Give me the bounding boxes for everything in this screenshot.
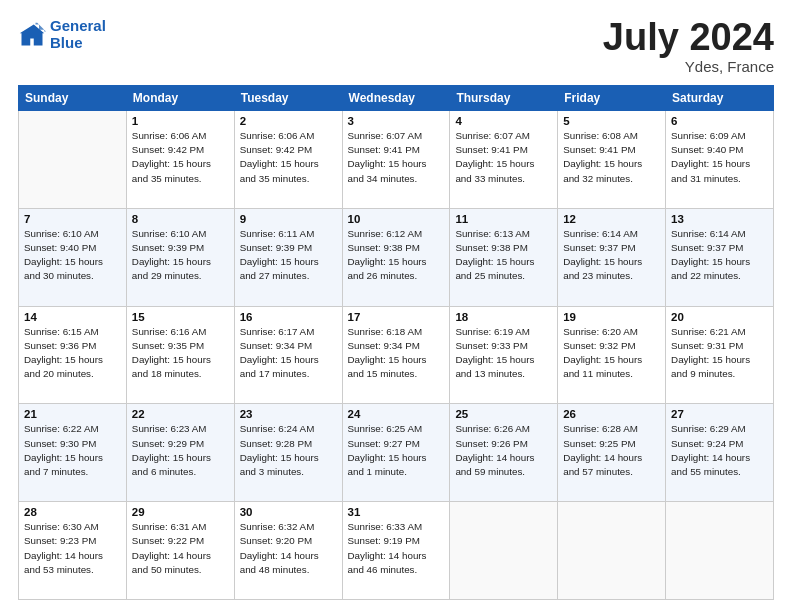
day-info: Sunrise: 6:20 AM Sunset: 9:32 PM Dayligh… bbox=[563, 325, 660, 382]
day-number: 28 bbox=[24, 506, 121, 518]
day-info: Sunrise: 6:32 AM Sunset: 9:20 PM Dayligh… bbox=[240, 520, 337, 577]
calendar-header-row: Sunday Monday Tuesday Wednesday Thursday… bbox=[19, 86, 774, 111]
table-row: 8Sunrise: 6:10 AM Sunset: 9:39 PM Daylig… bbox=[126, 208, 234, 306]
day-info: Sunrise: 6:08 AM Sunset: 9:41 PM Dayligh… bbox=[563, 129, 660, 186]
page: General Blue July 2024 Ydes, France Sund… bbox=[0, 0, 792, 612]
day-number: 24 bbox=[348, 408, 445, 420]
day-info: Sunrise: 6:24 AM Sunset: 9:28 PM Dayligh… bbox=[240, 422, 337, 479]
day-number: 2 bbox=[240, 115, 337, 127]
col-saturday: Saturday bbox=[666, 86, 774, 111]
table-row: 7Sunrise: 6:10 AM Sunset: 9:40 PM Daylig… bbox=[19, 208, 127, 306]
day-number: 11 bbox=[455, 213, 552, 225]
day-number: 1 bbox=[132, 115, 229, 127]
day-number: 27 bbox=[671, 408, 768, 420]
table-row: 16Sunrise: 6:17 AM Sunset: 9:34 PM Dayli… bbox=[234, 306, 342, 404]
day-number: 10 bbox=[348, 213, 445, 225]
table-row: 14Sunrise: 6:15 AM Sunset: 9:36 PM Dayli… bbox=[19, 306, 127, 404]
col-sunday: Sunday bbox=[19, 86, 127, 111]
day-info: Sunrise: 6:16 AM Sunset: 9:35 PM Dayligh… bbox=[132, 325, 229, 382]
day-number: 3 bbox=[348, 115, 445, 127]
day-info: Sunrise: 6:14 AM Sunset: 9:37 PM Dayligh… bbox=[671, 227, 768, 284]
day-number: 12 bbox=[563, 213, 660, 225]
table-row: 25Sunrise: 6:26 AM Sunset: 9:26 PM Dayli… bbox=[450, 404, 558, 502]
day-info: Sunrise: 6:17 AM Sunset: 9:34 PM Dayligh… bbox=[240, 325, 337, 382]
day-info: Sunrise: 6:12 AM Sunset: 9:38 PM Dayligh… bbox=[348, 227, 445, 284]
day-info: Sunrise: 6:07 AM Sunset: 9:41 PM Dayligh… bbox=[455, 129, 552, 186]
day-info: Sunrise: 6:07 AM Sunset: 9:41 PM Dayligh… bbox=[348, 129, 445, 186]
day-number: 19 bbox=[563, 311, 660, 323]
table-row bbox=[558, 502, 666, 600]
logo-icon bbox=[18, 21, 46, 49]
day-info: Sunrise: 6:31 AM Sunset: 9:22 PM Dayligh… bbox=[132, 520, 229, 577]
day-info: Sunrise: 6:26 AM Sunset: 9:26 PM Dayligh… bbox=[455, 422, 552, 479]
day-number: 5 bbox=[563, 115, 660, 127]
day-number: 23 bbox=[240, 408, 337, 420]
col-thursday: Thursday bbox=[450, 86, 558, 111]
table-row: 4Sunrise: 6:07 AM Sunset: 9:41 PM Daylig… bbox=[450, 111, 558, 209]
table-row bbox=[450, 502, 558, 600]
table-row: 2Sunrise: 6:06 AM Sunset: 9:42 PM Daylig… bbox=[234, 111, 342, 209]
day-number: 14 bbox=[24, 311, 121, 323]
day-info: Sunrise: 6:10 AM Sunset: 9:39 PM Dayligh… bbox=[132, 227, 229, 284]
day-number: 26 bbox=[563, 408, 660, 420]
table-row: 24Sunrise: 6:25 AM Sunset: 9:27 PM Dayli… bbox=[342, 404, 450, 502]
day-info: Sunrise: 6:21 AM Sunset: 9:31 PM Dayligh… bbox=[671, 325, 768, 382]
table-row: 9Sunrise: 6:11 AM Sunset: 9:39 PM Daylig… bbox=[234, 208, 342, 306]
table-row: 21Sunrise: 6:22 AM Sunset: 9:30 PM Dayli… bbox=[19, 404, 127, 502]
day-info: Sunrise: 6:30 AM Sunset: 9:23 PM Dayligh… bbox=[24, 520, 121, 577]
table-row bbox=[19, 111, 127, 209]
table-row: 29Sunrise: 6:31 AM Sunset: 9:22 PM Dayli… bbox=[126, 502, 234, 600]
day-number: 21 bbox=[24, 408, 121, 420]
table-row: 5Sunrise: 6:08 AM Sunset: 9:41 PM Daylig… bbox=[558, 111, 666, 209]
table-row: 30Sunrise: 6:32 AM Sunset: 9:20 PM Dayli… bbox=[234, 502, 342, 600]
table-row: 3Sunrise: 6:07 AM Sunset: 9:41 PM Daylig… bbox=[342, 111, 450, 209]
day-info: Sunrise: 6:28 AM Sunset: 9:25 PM Dayligh… bbox=[563, 422, 660, 479]
day-number: 4 bbox=[455, 115, 552, 127]
col-wednesday: Wednesday bbox=[342, 86, 450, 111]
day-info: Sunrise: 6:06 AM Sunset: 9:42 PM Dayligh… bbox=[132, 129, 229, 186]
table-row: 27Sunrise: 6:29 AM Sunset: 9:24 PM Dayli… bbox=[666, 404, 774, 502]
table-row bbox=[666, 502, 774, 600]
table-row: 28Sunrise: 6:30 AM Sunset: 9:23 PM Dayli… bbox=[19, 502, 127, 600]
table-row: 23Sunrise: 6:24 AM Sunset: 9:28 PM Dayli… bbox=[234, 404, 342, 502]
header: General Blue July 2024 Ydes, France bbox=[18, 18, 774, 75]
day-info: Sunrise: 6:33 AM Sunset: 9:19 PM Dayligh… bbox=[348, 520, 445, 577]
table-row: 20Sunrise: 6:21 AM Sunset: 9:31 PM Dayli… bbox=[666, 306, 774, 404]
day-info: Sunrise: 6:06 AM Sunset: 9:42 PM Dayligh… bbox=[240, 129, 337, 186]
day-number: 8 bbox=[132, 213, 229, 225]
col-monday: Monday bbox=[126, 86, 234, 111]
day-info: Sunrise: 6:15 AM Sunset: 9:36 PM Dayligh… bbox=[24, 325, 121, 382]
day-number: 7 bbox=[24, 213, 121, 225]
day-number: 29 bbox=[132, 506, 229, 518]
day-number: 9 bbox=[240, 213, 337, 225]
day-info: Sunrise: 6:25 AM Sunset: 9:27 PM Dayligh… bbox=[348, 422, 445, 479]
day-info: Sunrise: 6:23 AM Sunset: 9:29 PM Dayligh… bbox=[132, 422, 229, 479]
col-tuesday: Tuesday bbox=[234, 86, 342, 111]
table-row: 10Sunrise: 6:12 AM Sunset: 9:38 PM Dayli… bbox=[342, 208, 450, 306]
title-location: Ydes, France bbox=[603, 58, 774, 75]
table-row: 11Sunrise: 6:13 AM Sunset: 9:38 PM Dayli… bbox=[450, 208, 558, 306]
logo-text: General Blue bbox=[50, 18, 106, 51]
table-row: 15Sunrise: 6:16 AM Sunset: 9:35 PM Dayli… bbox=[126, 306, 234, 404]
calendar-table: Sunday Monday Tuesday Wednesday Thursday… bbox=[18, 85, 774, 600]
day-number: 31 bbox=[348, 506, 445, 518]
col-friday: Friday bbox=[558, 86, 666, 111]
day-number: 15 bbox=[132, 311, 229, 323]
table-row: 18Sunrise: 6:19 AM Sunset: 9:33 PM Dayli… bbox=[450, 306, 558, 404]
table-row: 12Sunrise: 6:14 AM Sunset: 9:37 PM Dayli… bbox=[558, 208, 666, 306]
day-number: 16 bbox=[240, 311, 337, 323]
day-info: Sunrise: 6:11 AM Sunset: 9:39 PM Dayligh… bbox=[240, 227, 337, 284]
day-number: 6 bbox=[671, 115, 768, 127]
table-row: 1Sunrise: 6:06 AM Sunset: 9:42 PM Daylig… bbox=[126, 111, 234, 209]
day-info: Sunrise: 6:29 AM Sunset: 9:24 PM Dayligh… bbox=[671, 422, 768, 479]
table-row: 6Sunrise: 6:09 AM Sunset: 9:40 PM Daylig… bbox=[666, 111, 774, 209]
day-number: 30 bbox=[240, 506, 337, 518]
day-number: 13 bbox=[671, 213, 768, 225]
day-info: Sunrise: 6:22 AM Sunset: 9:30 PM Dayligh… bbox=[24, 422, 121, 479]
day-info: Sunrise: 6:14 AM Sunset: 9:37 PM Dayligh… bbox=[563, 227, 660, 284]
day-number: 25 bbox=[455, 408, 552, 420]
table-row: 17Sunrise: 6:18 AM Sunset: 9:34 PM Dayli… bbox=[342, 306, 450, 404]
table-row: 31Sunrise: 6:33 AM Sunset: 9:19 PM Dayli… bbox=[342, 502, 450, 600]
table-row: 19Sunrise: 6:20 AM Sunset: 9:32 PM Dayli… bbox=[558, 306, 666, 404]
title-month: July 2024 bbox=[603, 18, 774, 56]
